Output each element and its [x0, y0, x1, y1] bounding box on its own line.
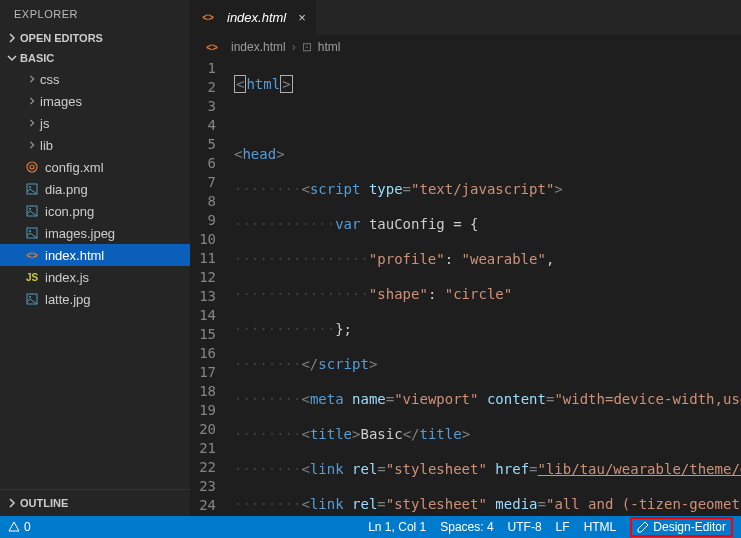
crumb-file: index.html — [231, 40, 286, 54]
status-bar: 0 Ln 1, Col 1 Spaces: 4 UTF-8 LF HTML De… — [0, 516, 741, 538]
tree-label: icon.png — [45, 204, 94, 219]
chevron-right-icon — [24, 115, 40, 131]
line-gutter: 123456789101112131415161718192021222324 — [190, 59, 234, 516]
svg-point-1 — [29, 186, 31, 188]
open-editors-section[interactable]: OPEN EDITORS — [0, 28, 190, 48]
open-editors-label: OPEN EDITORS — [20, 32, 103, 44]
file-dia[interactable]: dia.png — [0, 178, 190, 200]
tree-label: dia.png — [45, 182, 88, 197]
tree-label: config.xml — [45, 160, 104, 175]
folder-css[interactable]: css — [0, 68, 190, 90]
outline-section[interactable]: OUTLINE — [0, 489, 190, 516]
edit-icon — [637, 521, 649, 533]
chevron-right-icon — [4, 495, 20, 511]
warning-icon — [8, 521, 20, 533]
close-icon[interactable]: × — [298, 10, 306, 25]
explorer-title: EXPLORER — [0, 0, 190, 28]
status-eol[interactable]: LF — [556, 520, 570, 534]
explorer-sidebar: EXPLORER OPEN EDITORS BASIC css images j… — [0, 0, 190, 516]
tree-label: css — [40, 72, 60, 87]
tab-label: index.html — [227, 10, 286, 25]
xml-file-icon — [24, 159, 40, 175]
project-label: BASIC — [20, 52, 54, 64]
image-file-icon — [24, 225, 40, 241]
chevron-right-icon — [24, 137, 40, 153]
code-editor[interactable]: 123456789101112131415161718192021222324 … — [190, 59, 741, 516]
crumb-node: html — [318, 40, 341, 54]
project-section[interactable]: BASIC — [0, 48, 190, 68]
file-imagesjpeg[interactable]: images.jpeg — [0, 222, 190, 244]
outline-label: OUTLINE — [20, 497, 68, 509]
html-file-icon: <> — [204, 39, 220, 55]
image-file-icon — [24, 181, 40, 197]
design-editor-button[interactable]: Design-Editor — [630, 517, 733, 537]
chevron-right-icon: › — [292, 40, 296, 54]
image-file-icon — [24, 203, 40, 219]
file-icon[interactable]: icon.png — [0, 200, 190, 222]
tree-label: lib — [40, 138, 53, 153]
tree-label: images.jpeg — [45, 226, 115, 241]
chevron-right-icon — [24, 93, 40, 109]
svg-point-5 — [29, 230, 31, 232]
html-file-icon: <> — [24, 247, 40, 263]
js-file-icon: JS — [24, 269, 40, 285]
html-file-icon: <> — [200, 10, 216, 26]
svg-point-7 — [29, 296, 31, 298]
file-config[interactable]: config.xml — [0, 156, 190, 178]
chevron-right-icon — [24, 71, 40, 87]
problems-count: 0 — [24, 520, 31, 534]
tab-indexhtml[interactable]: <> index.html × — [190, 0, 317, 35]
editor-tabs: <> index.html × — [190, 0, 741, 35]
folder-lib[interactable]: lib — [0, 134, 190, 156]
brackets-icon: ⊡ — [302, 40, 312, 54]
breadcrumb[interactable]: <> index.html › ⊡ html — [190, 35, 741, 59]
folder-images[interactable]: images — [0, 90, 190, 112]
tree-label: latte.jpg — [45, 292, 91, 307]
tree-label: index.html — [45, 248, 104, 263]
status-position[interactable]: Ln 1, Col 1 — [368, 520, 426, 534]
chevron-right-icon — [4, 30, 20, 46]
code-content[interactable]: <html> <head> ········<script type="text… — [234, 59, 741, 516]
status-spaces[interactable]: Spaces: 4 — [440, 520, 493, 534]
tree-label: images — [40, 94, 82, 109]
status-encoding[interactable]: UTF-8 — [508, 520, 542, 534]
file-latte[interactable]: latte.jpg — [0, 288, 190, 310]
status-language[interactable]: HTML — [584, 520, 617, 534]
editor-area: <> index.html × <> index.html › ⊡ html 1… — [190, 0, 741, 516]
tree-label: js — [40, 116, 49, 131]
file-indexhtml[interactable]: <>index.html — [0, 244, 190, 266]
tree-label: index.js — [45, 270, 89, 285]
image-file-icon — [24, 291, 40, 307]
file-indexjs[interactable]: JSindex.js — [0, 266, 190, 288]
file-tree: css images js lib config.xml dia.png ico… — [0, 68, 190, 489]
folder-js[interactable]: js — [0, 112, 190, 134]
svg-point-3 — [29, 208, 31, 210]
status-problems[interactable]: 0 — [8, 520, 31, 534]
chevron-down-icon — [4, 50, 20, 66]
